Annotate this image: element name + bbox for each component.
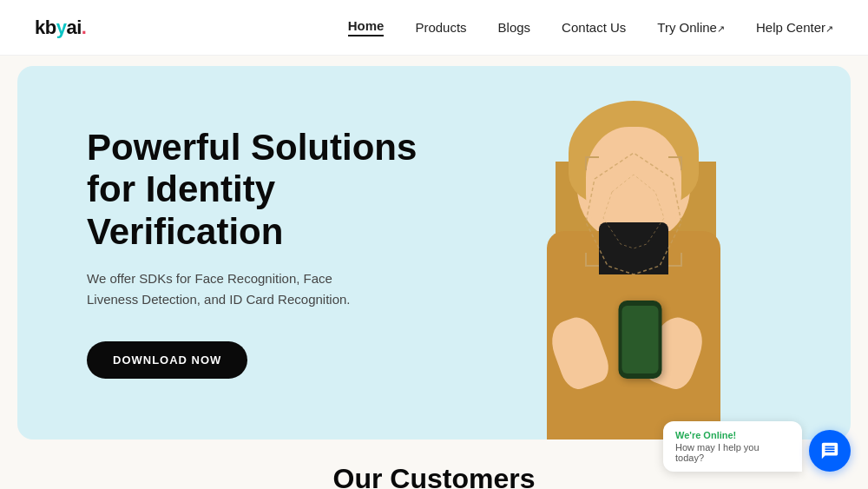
hero-content: Powerful Solutions for Identity Verifica… [17,127,451,379]
hero-subtitle: We offer SDKs for Face Recognition, Face… [87,268,365,310]
nav-contact[interactable]: Contact Us [562,20,626,35]
nav: Home Products Blogs Contact Us Try Onlin… [348,18,833,36]
chat-widget: We're Online! How may I help you today? [663,421,851,472]
logo[interactable]: kbyai. [35,17,86,39]
download-now-button[interactable]: DOWNLOAD NOW [87,341,247,379]
chat-bubble: We're Online! How may I help you today? [663,421,802,472]
person-illustration [469,79,799,439]
chat-online-status: We're Online! [675,430,790,440]
chat-icon [820,441,839,460]
chat-open-button[interactable] [809,430,851,472]
chat-help-text: How may I help you today? [675,442,790,463]
nav-products[interactable]: Products [415,20,466,35]
hero-title: Powerful Solutions for Identity Verifica… [87,127,451,253]
hero-image [434,66,833,439]
nav-home[interactable]: Home [348,18,385,36]
our-customers-title: Our Customers [333,463,536,489]
phone-screen [622,306,659,373]
person-body [521,109,746,439]
nav-help-center[interactable]: Help Center [756,20,833,35]
nav-try-online[interactable]: Try Online [657,20,725,35]
header: kbyai. Home Products Blogs Contact Us Tr… [0,0,868,56]
phone [619,301,662,379]
logo-kb: kbyai. [35,17,86,38]
nav-blogs[interactable]: Blogs [498,20,531,35]
turtleneck [599,222,668,274]
hero-section: Powerful Solutions for Identity Verifica… [17,66,851,439]
